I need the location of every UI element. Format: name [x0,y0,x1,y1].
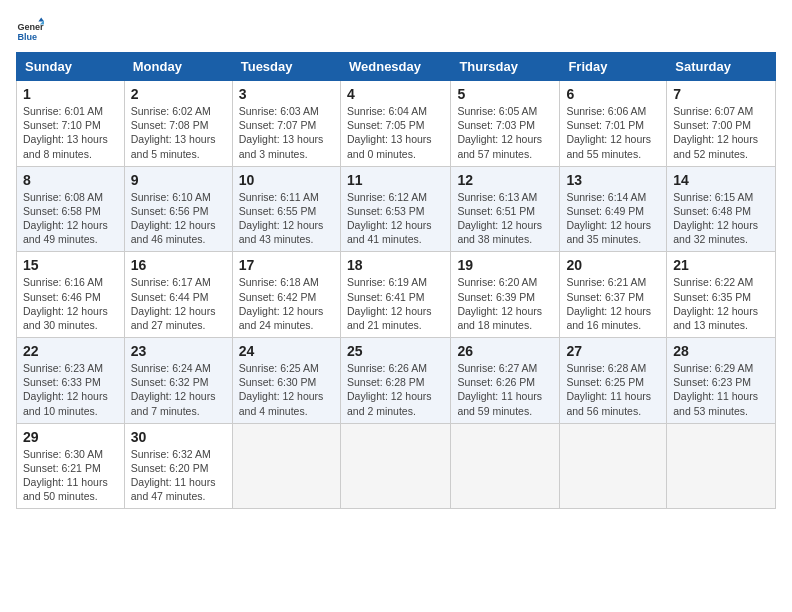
day-number: 7 [673,86,769,102]
day-info: Sunrise: 6:22 AM Sunset: 6:35 PM Dayligh… [673,275,769,332]
table-row: 9 Sunrise: 6:10 AM Sunset: 6:56 PM Dayli… [124,166,232,252]
day-number: 20 [566,257,660,273]
calendar-header-row: SundayMondayTuesdayWednesdayThursdayFrid… [17,53,776,81]
day-info: Sunrise: 6:30 AM Sunset: 6:21 PM Dayligh… [23,447,118,504]
day-number: 27 [566,343,660,359]
table-row: 24 Sunrise: 6:25 AM Sunset: 6:30 PM Dayl… [232,338,340,424]
table-row: 28 Sunrise: 6:29 AM Sunset: 6:23 PM Dayl… [667,338,776,424]
header-thursday: Thursday [451,53,560,81]
table-row: 1 Sunrise: 6:01 AM Sunset: 7:10 PM Dayli… [17,81,125,167]
table-row [560,423,667,509]
day-info: Sunrise: 6:32 AM Sunset: 6:20 PM Dayligh… [131,447,226,504]
day-info: Sunrise: 6:29 AM Sunset: 6:23 PM Dayligh… [673,361,769,418]
day-info: Sunrise: 6:18 AM Sunset: 6:42 PM Dayligh… [239,275,334,332]
day-info: Sunrise: 6:03 AM Sunset: 7:07 PM Dayligh… [239,104,334,161]
svg-text:Blue: Blue [17,32,37,42]
day-info: Sunrise: 6:02 AM Sunset: 7:08 PM Dayligh… [131,104,226,161]
day-number: 8 [23,172,118,188]
table-row: 10 Sunrise: 6:11 AM Sunset: 6:55 PM Dayl… [232,166,340,252]
table-row: 29 Sunrise: 6:30 AM Sunset: 6:21 PM Dayl… [17,423,125,509]
table-row: 11 Sunrise: 6:12 AM Sunset: 6:53 PM Dayl… [340,166,450,252]
day-number: 13 [566,172,660,188]
table-row: 27 Sunrise: 6:28 AM Sunset: 6:25 PM Dayl… [560,338,667,424]
day-info: Sunrise: 6:17 AM Sunset: 6:44 PM Dayligh… [131,275,226,332]
calendar-week-row: 15 Sunrise: 6:16 AM Sunset: 6:46 PM Dayl… [17,252,776,338]
day-number: 23 [131,343,226,359]
day-info: Sunrise: 6:04 AM Sunset: 7:05 PM Dayligh… [347,104,444,161]
svg-marker-2 [38,17,44,21]
table-row: 8 Sunrise: 6:08 AM Sunset: 6:58 PM Dayli… [17,166,125,252]
table-row [340,423,450,509]
table-row: 23 Sunrise: 6:24 AM Sunset: 6:32 PM Dayl… [124,338,232,424]
table-row: 15 Sunrise: 6:16 AM Sunset: 6:46 PM Dayl… [17,252,125,338]
day-number: 25 [347,343,444,359]
day-info: Sunrise: 6:20 AM Sunset: 6:39 PM Dayligh… [457,275,553,332]
day-info: Sunrise: 6:12 AM Sunset: 6:53 PM Dayligh… [347,190,444,247]
day-number: 10 [239,172,334,188]
calendar-week-row: 29 Sunrise: 6:30 AM Sunset: 6:21 PM Dayl… [17,423,776,509]
day-number: 22 [23,343,118,359]
logo-icon: General Blue [16,16,44,44]
table-row: 4 Sunrise: 6:04 AM Sunset: 7:05 PM Dayli… [340,81,450,167]
calendar-table: SundayMondayTuesdayWednesdayThursdayFrid… [16,52,776,509]
table-row: 26 Sunrise: 6:27 AM Sunset: 6:26 PM Dayl… [451,338,560,424]
day-number: 14 [673,172,769,188]
day-number: 3 [239,86,334,102]
day-info: Sunrise: 6:28 AM Sunset: 6:25 PM Dayligh… [566,361,660,418]
day-number: 29 [23,429,118,445]
day-number: 19 [457,257,553,273]
svg-text:General: General [17,22,44,32]
table-row: 5 Sunrise: 6:05 AM Sunset: 7:03 PM Dayli… [451,81,560,167]
day-info: Sunrise: 6:07 AM Sunset: 7:00 PM Dayligh… [673,104,769,161]
table-row: 30 Sunrise: 6:32 AM Sunset: 6:20 PM Dayl… [124,423,232,509]
day-number: 4 [347,86,444,102]
day-info: Sunrise: 6:06 AM Sunset: 7:01 PM Dayligh… [566,104,660,161]
day-info: Sunrise: 6:21 AM Sunset: 6:37 PM Dayligh… [566,275,660,332]
day-number: 28 [673,343,769,359]
day-number: 15 [23,257,118,273]
day-info: Sunrise: 6:11 AM Sunset: 6:55 PM Dayligh… [239,190,334,247]
day-number: 21 [673,257,769,273]
header-friday: Friday [560,53,667,81]
day-info: Sunrise: 6:10 AM Sunset: 6:56 PM Dayligh… [131,190,226,247]
table-row: 17 Sunrise: 6:18 AM Sunset: 6:42 PM Dayl… [232,252,340,338]
table-row: 21 Sunrise: 6:22 AM Sunset: 6:35 PM Dayl… [667,252,776,338]
day-info: Sunrise: 6:05 AM Sunset: 7:03 PM Dayligh… [457,104,553,161]
day-number: 16 [131,257,226,273]
table-row: 12 Sunrise: 6:13 AM Sunset: 6:51 PM Dayl… [451,166,560,252]
table-row [451,423,560,509]
day-number: 30 [131,429,226,445]
header-saturday: Saturday [667,53,776,81]
table-row: 2 Sunrise: 6:02 AM Sunset: 7:08 PM Dayli… [124,81,232,167]
table-row: 14 Sunrise: 6:15 AM Sunset: 6:48 PM Dayl… [667,166,776,252]
day-info: Sunrise: 6:16 AM Sunset: 6:46 PM Dayligh… [23,275,118,332]
day-number: 17 [239,257,334,273]
logo: General Blue [16,16,48,44]
table-row [667,423,776,509]
day-number: 18 [347,257,444,273]
day-info: Sunrise: 6:27 AM Sunset: 6:26 PM Dayligh… [457,361,553,418]
table-row: 18 Sunrise: 6:19 AM Sunset: 6:41 PM Dayl… [340,252,450,338]
table-row: 3 Sunrise: 6:03 AM Sunset: 7:07 PM Dayli… [232,81,340,167]
day-info: Sunrise: 6:13 AM Sunset: 6:51 PM Dayligh… [457,190,553,247]
table-row: 22 Sunrise: 6:23 AM Sunset: 6:33 PM Dayl… [17,338,125,424]
day-number: 5 [457,86,553,102]
day-number: 12 [457,172,553,188]
table-row: 19 Sunrise: 6:20 AM Sunset: 6:39 PM Dayl… [451,252,560,338]
header-wednesday: Wednesday [340,53,450,81]
table-row: 25 Sunrise: 6:26 AM Sunset: 6:28 PM Dayl… [340,338,450,424]
day-number: 24 [239,343,334,359]
day-info: Sunrise: 6:14 AM Sunset: 6:49 PM Dayligh… [566,190,660,247]
page-header: General Blue [16,16,776,44]
day-info: Sunrise: 6:08 AM Sunset: 6:58 PM Dayligh… [23,190,118,247]
calendar-week-row: 22 Sunrise: 6:23 AM Sunset: 6:33 PM Dayl… [17,338,776,424]
day-info: Sunrise: 6:15 AM Sunset: 6:48 PM Dayligh… [673,190,769,247]
table-row: 13 Sunrise: 6:14 AM Sunset: 6:49 PM Dayl… [560,166,667,252]
day-number: 11 [347,172,444,188]
table-row: 7 Sunrise: 6:07 AM Sunset: 7:00 PM Dayli… [667,81,776,167]
table-row: 16 Sunrise: 6:17 AM Sunset: 6:44 PM Dayl… [124,252,232,338]
day-info: Sunrise: 6:26 AM Sunset: 6:28 PM Dayligh… [347,361,444,418]
day-number: 1 [23,86,118,102]
calendar-week-row: 1 Sunrise: 6:01 AM Sunset: 7:10 PM Dayli… [17,81,776,167]
header-tuesday: Tuesday [232,53,340,81]
